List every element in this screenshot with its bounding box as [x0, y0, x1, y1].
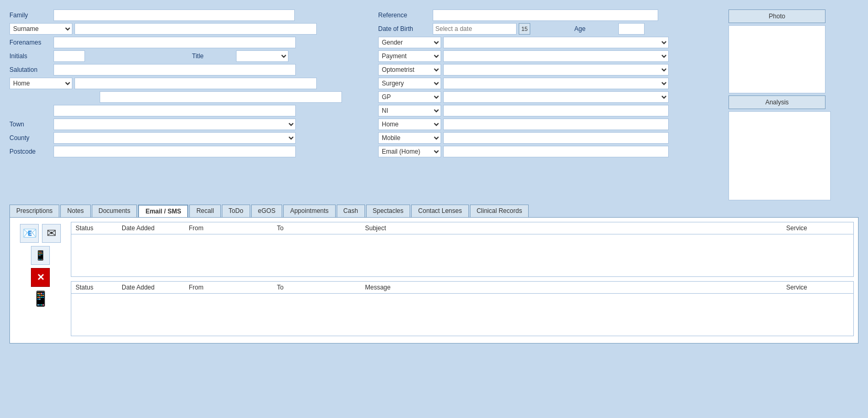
payment-row: Payment [378, 50, 724, 62]
delete-icon: ✕ [37, 272, 45, 283]
email-select[interactable]: Email (Home) [378, 146, 441, 157]
gp-row: GP [378, 91, 724, 103]
payment-select[interactable]: Payment [378, 50, 441, 62]
home-select[interactable]: Home Work Other [9, 78, 72, 89]
dob-input[interactable] [433, 23, 517, 35]
address2-input[interactable] [100, 91, 342, 103]
calendar-button[interactable]: 15 [519, 23, 530, 35]
forenames-input[interactable] [53, 37, 296, 48]
initials-row: Initials Title Mr Mrs Miss Ms Dr [9, 50, 374, 62]
optometrist-select[interactable]: Optometrist [378, 64, 441, 76]
sms-table: Status Date Added From To Message Servic… [71, 281, 854, 336]
envelope-icon-button[interactable]: ✉ [42, 224, 61, 243]
mobile-select[interactable]: Mobile [378, 132, 441, 144]
gp-value-select[interactable] [443, 91, 669, 103]
town-label: Town [9, 121, 51, 128]
age-label: Age [574, 25, 616, 33]
email-table-header: Status Date Added From To Subject Servic… [71, 222, 853, 234]
delete-button[interactable]: ✕ [31, 268, 50, 287]
ni-select[interactable]: NI [378, 105, 441, 116]
tab-cash[interactable]: Cash [337, 205, 365, 217]
tab-appointments[interactable]: Appointments [283, 205, 335, 217]
home-phone-input[interactable] [443, 119, 669, 130]
age-input[interactable] [618, 23, 645, 35]
left-column: Family Surname First Name Forenames [9, 9, 374, 200]
new-email-icon: 📧 [23, 227, 37, 240]
gender-value-select[interactable] [443, 37, 669, 48]
gp-select[interactable]: GP [378, 91, 441, 103]
mobile-icon-button[interactable]: 📱 [31, 246, 50, 265]
optometrist-value-select[interactable] [443, 64, 669, 76]
email-row: Email (Home) [378, 146, 724, 157]
mobile-row: Mobile [378, 132, 724, 144]
home-phone-row: Home [378, 119, 724, 130]
tab-documents[interactable]: Documents [92, 205, 137, 217]
surgery-select[interactable]: Surgery [378, 78, 441, 89]
gender-select[interactable]: Gender Male Female [378, 37, 441, 48]
sms-table-body [71, 294, 853, 336]
optometrist-row: Optometrist [378, 64, 724, 76]
photo-button[interactable]: Photo [728, 9, 826, 23]
forenames-label: Forenames [9, 39, 51, 46]
ni-input[interactable] [443, 105, 669, 116]
county-select[interactable] [53, 132, 296, 144]
sms-col-from: From [189, 284, 273, 291]
reference-row: Reference [378, 9, 724, 21]
reference-input[interactable] [433, 9, 658, 21]
address3-input[interactable] [53, 105, 296, 116]
family-input[interactable] [53, 9, 295, 21]
phone-icon: 📱 [31, 291, 50, 307]
dob-row: Date of Birth 15 Age [378, 23, 724, 35]
title-select[interactable]: Mr Mrs Miss Ms Dr [236, 50, 288, 62]
forenames-row: Forenames [9, 37, 374, 48]
analysis-button[interactable]: Analysis [728, 95, 826, 109]
tab-notes[interactable]: Notes [60, 205, 90, 217]
surname-input[interactable] [74, 23, 317, 35]
home-phone-select[interactable]: Home [378, 119, 441, 130]
tab-recall[interactable]: Recall [189, 205, 220, 217]
tab-todo[interactable]: ToDo [222, 205, 250, 217]
middle-column: Reference Date of Birth 15 Age [378, 9, 724, 200]
new-email-button[interactable]: 📧 [20, 224, 39, 243]
email-col-from: From [189, 224, 273, 232]
messages-area: Status Date Added From To Subject Servic… [71, 222, 854, 336]
tab-egos[interactable]: eGOS [251, 205, 282, 217]
envelope-icon: ✉ [47, 227, 56, 240]
email-col-to: To [277, 224, 361, 232]
email-input[interactable] [443, 146, 669, 157]
tab-contact-lenses[interactable]: Contact Lenses [411, 205, 468, 217]
reference-label: Reference [378, 12, 431, 19]
form-area: Family Surname First Name Forenames [5, 5, 863, 348]
postcode-input[interactable] [53, 146, 296, 157]
dob-label: Date of Birth [378, 25, 431, 33]
payment-value-select[interactable] [443, 50, 669, 62]
salutation-input[interactable] [53, 64, 296, 76]
tab-spectacles[interactable]: Spectacles [366, 205, 411, 217]
tabs-container: Prescriptions Notes Documents Email / SM… [9, 205, 859, 218]
tab-prescriptions[interactable]: Prescriptions [9, 205, 59, 217]
salutation-label: Salutation [9, 66, 51, 73]
sms-col-date: Date Added [122, 284, 185, 291]
sms-col-message: Message [365, 284, 782, 291]
address2-row [9, 91, 374, 103]
initials-input[interactable] [53, 50, 85, 62]
mobile-input[interactable] [443, 132, 669, 144]
town-select[interactable] [53, 119, 296, 130]
email-col-status: Status [76, 224, 117, 232]
tab-email-sms[interactable]: Email / SMS [138, 205, 188, 217]
ni-row: NI [378, 105, 724, 116]
gender-row: Gender Male Female [378, 37, 724, 48]
email-sms-panel: 📧 ✉ 📱 ✕ [14, 222, 854, 336]
address3-row [9, 105, 374, 116]
email-col-service: Service [786, 224, 849, 232]
email-col-date: Date Added [122, 224, 185, 232]
email-table: Status Date Added From To Subject Servic… [71, 222, 854, 277]
surgery-value-select[interactable] [443, 78, 669, 89]
surname-select[interactable]: Surname First Name [9, 23, 72, 35]
photo-area [728, 25, 826, 93]
phone-icon-button[interactable]: 📱 [31, 291, 50, 307]
main-container: Family Surname First Name Forenames [0, 0, 868, 418]
calendar-icon: 15 [521, 26, 528, 32]
tab-clinical-records[interactable]: Clinical Records [470, 205, 529, 217]
home-input[interactable] [74, 78, 317, 89]
